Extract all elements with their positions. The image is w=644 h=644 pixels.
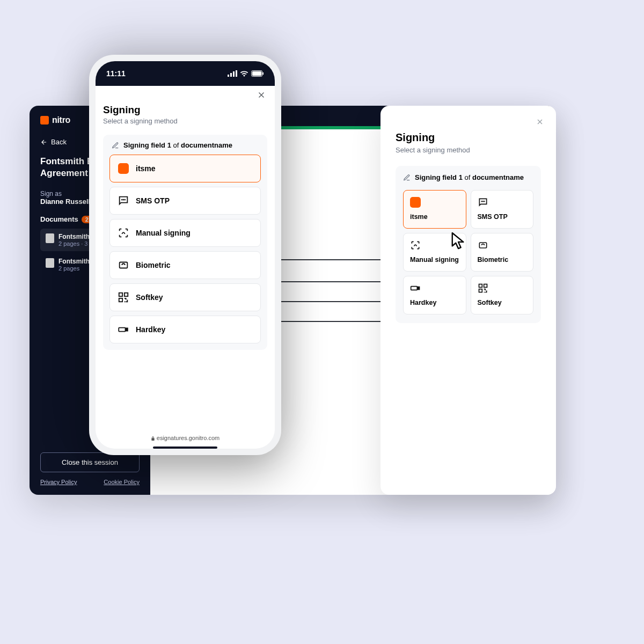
phone-signing-field-box: Signing field 1 of documentname itsme: [103, 135, 267, 350]
signing-methods-list: itsme SMS OTP Manual signing: [109, 155, 261, 343]
browser-chrome: esignatures.gonitro.com: [96, 430, 275, 449]
svg-rect-24: [126, 328, 128, 331]
method-itsme[interactable]: itsme: [403, 190, 466, 229]
file-icon: [46, 233, 54, 243]
panel-subtitle: Select a signing method: [396, 146, 541, 154]
itsme-icon: [118, 163, 129, 174]
signing-field-header: Signing field 1 of documentname: [396, 166, 541, 186]
method-biometric[interactable]: Biometric: [471, 233, 534, 272]
method-sms-otp[interactable]: SMS OTP: [471, 190, 534, 229]
svg-rect-22: [119, 298, 122, 302]
phone-body: Signing Select a signing method Signing …: [96, 86, 275, 430]
url-bar: esignatures.gonitro.com: [96, 430, 275, 443]
method-manual-signing[interactable]: Manual signing: [109, 219, 261, 247]
pencil-icon: [403, 174, 411, 181]
svg-rect-23: [119, 328, 125, 332]
qr-icon: [478, 283, 488, 294]
close-session-button[interactable]: Close this session: [40, 452, 140, 472]
signing-methods-grid: itsme SMS OTP Manual signing Biometric H…: [396, 186, 541, 323]
manual-sign-icon: [118, 227, 129, 239]
battery-icon: [251, 70, 264, 77]
sms-icon: [478, 197, 488, 208]
method-softkey[interactable]: Softkey: [471, 276, 534, 314]
svg-rect-11: [233, 71, 235, 77]
method-itsme[interactable]: itsme: [109, 155, 261, 182]
status-time: 11:11: [106, 69, 126, 78]
brand-label: nitro: [52, 115, 70, 125]
biometric-icon: [478, 240, 488, 251]
manual-sign-icon: [410, 240, 421, 251]
svg-rect-20: [119, 293, 122, 296]
svg-point-18: [125, 200, 125, 200]
svg-rect-19: [120, 262, 128, 268]
signing-field-header: Signing field 1 of documentname: [109, 141, 261, 149]
close-button[interactable]: [257, 90, 266, 100]
svg-rect-15: [262, 72, 264, 75]
svg-rect-12: [236, 70, 237, 77]
hardkey-icon: [118, 326, 129, 333]
svg-rect-14: [252, 71, 262, 76]
phone-panel-title: Signing: [103, 104, 267, 116]
svg-point-2: [484, 201, 485, 202]
brand-icon: [40, 116, 49, 125]
svg-rect-21: [125, 293, 128, 296]
svg-rect-5: [418, 287, 419, 290]
method-softkey[interactable]: Softkey: [109, 283, 261, 311]
privacy-link[interactable]: Privacy Policy: [40, 479, 77, 485]
phone-frame: 11:11 Signing Select a signing method Si…: [89, 55, 281, 455]
method-biometric[interactable]: Biometric: [109, 251, 261, 279]
cookie-link[interactable]: Cookie Policy: [104, 479, 140, 485]
lock-icon: [151, 436, 155, 441]
svg-rect-10: [230, 73, 232, 77]
svg-point-16: [122, 200, 122, 200]
svg-rect-25: [151, 438, 154, 441]
svg-rect-8: [479, 289, 482, 292]
pencil-icon: [112, 142, 119, 149]
svg-rect-7: [484, 284, 487, 288]
home-indicator: [153, 447, 217, 449]
svg-point-17: [123, 200, 124, 200]
biometric-icon: [118, 259, 129, 271]
svg-rect-6: [479, 284, 482, 288]
signing-panel-desktop: Signing Select a signing method Signing …: [380, 106, 556, 495]
status-bar: 11:11: [96, 61, 275, 86]
qr-icon: [118, 291, 129, 303]
phone-screen: 11:11 Signing Select a signing method Si…: [96, 61, 275, 449]
itsme-icon: [410, 197, 421, 208]
method-sms-otp[interactable]: SMS OTP: [109, 187, 261, 215]
method-hardkey[interactable]: Hardkey: [403, 276, 466, 314]
close-button[interactable]: [536, 118, 544, 126]
svg-rect-4: [411, 287, 418, 290]
sms-icon: [118, 195, 129, 207]
method-hardkey[interactable]: Hardkey: [109, 316, 261, 343]
close-icon: [257, 90, 266, 100]
panel-title: Signing: [396, 131, 541, 144]
signal-icon: [228, 70, 237, 77]
cursor-pointer-icon: [450, 232, 466, 250]
svg-point-1: [482, 201, 483, 202]
svg-rect-3: [479, 243, 486, 248]
wifi-icon: [240, 70, 248, 77]
back-label: Back: [51, 138, 67, 146]
file-icon: [46, 258, 54, 268]
arrow-left-icon: [40, 138, 48, 146]
close-icon: [536, 118, 544, 126]
hardkey-icon: [410, 284, 421, 292]
phone-panel-subtitle: Select a signing method: [103, 117, 267, 125]
svg-point-0: [481, 201, 482, 202]
svg-rect-9: [228, 75, 229, 77]
